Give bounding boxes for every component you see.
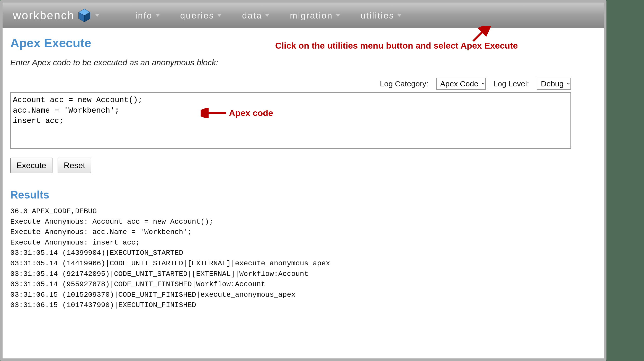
results-title: Results — [10, 189, 596, 201]
nav-data-label: data — [242, 11, 262, 21]
log-level-label: Log Level: — [494, 79, 529, 88]
log-category-label: Log Category: — [380, 79, 428, 88]
nav-migration[interactable]: migration — [290, 11, 340, 21]
nav-info-label: info — [135, 11, 153, 21]
log-category-select[interactable]: Apex Code — [436, 78, 486, 90]
log-settings-row: Log Category: Apex Code Log Level: Debug — [10, 78, 571, 90]
reset-button[interactable]: Reset — [58, 158, 92, 173]
nav-queries-label: queries — [180, 11, 214, 21]
chevron-down-icon — [156, 14, 160, 17]
brand[interactable]: workbench — [13, 8, 99, 23]
chevron-down-icon — [336, 14, 340, 17]
nav-data[interactable]: data — [242, 11, 269, 21]
app-window: workbench info queries data migration ut… — [0, 0, 606, 361]
cube-icon — [77, 8, 92, 23]
brand-text: workbench — [13, 9, 75, 22]
nav-info[interactable]: info — [135, 11, 160, 21]
log-level-select[interactable]: Debug — [537, 78, 571, 90]
results-output: 36.0 APEX_CODE,DEBUG Execute Anonymous: … — [10, 206, 596, 311]
instruction-text: Enter Apex code to be executed as an ano… — [10, 58, 596, 67]
chevron-down-icon — [265, 14, 269, 17]
nav-queries[interactable]: queries — [180, 11, 222, 21]
nav-utilities-label: utilities — [361, 11, 394, 21]
apex-code-input[interactable] — [10, 92, 571, 149]
nav-utilities[interactable]: utilities — [361, 11, 401, 21]
main-content: Apex Execute Enter Apex code to be execu… — [3, 28, 604, 316]
main-navbar: workbench info queries data migration ut… — [3, 3, 604, 28]
nav-migration-label: migration — [290, 11, 333, 21]
chevron-down-icon — [217, 14, 221, 17]
chevron-down-icon — [397, 14, 401, 17]
chevron-down-icon — [95, 14, 99, 17]
page-title: Apex Execute — [10, 36, 596, 50]
execute-button[interactable]: Execute — [10, 158, 52, 173]
button-row: Execute Reset — [10, 158, 596, 173]
